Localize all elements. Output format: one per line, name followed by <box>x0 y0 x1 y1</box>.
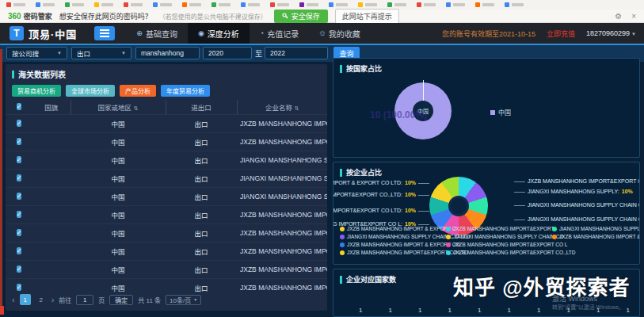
menu-toggle-button[interactable] <box>94 26 115 40</box>
table-row[interactable]: ✓ 中国 出口 JIANGXI MANSHANHONG SUPP... <box>6 187 327 205</box>
analysis-button[interactable]: 贸易商机分析 <box>12 85 61 97</box>
pie-callout-label: SHANHONG IMPORT&EXPORT CO.,LTD:10% <box>333 192 429 197</box>
table-row[interactable]: ✓ 中国 出口 JIANGXI MANSHANHONG SUPP... <box>6 169 327 187</box>
bookmark-item[interactable] <box>387 2 406 7</box>
row-checkbox[interactable]: ✓ <box>17 229 22 236</box>
bookmark-item[interactable] <box>6 2 25 7</box>
year-from-input[interactable] <box>203 47 252 59</box>
legend-swatch-icon <box>446 235 451 239</box>
recharge-link[interactable]: 立即充值 <box>547 29 575 39</box>
company-cell[interactable]: JIANGXI MANSHANHONG SUPP... <box>237 187 327 205</box>
bookmark-item[interactable] <box>475 2 494 7</box>
search-type-select[interactable]: 按公司搜▼ <box>6 47 67 59</box>
country-legend-item[interactable]: 中国 <box>490 108 511 116</box>
legend-item[interactable]: JXZB MANSHANHONG IMPORT&EXPORT CO.,LTD <box>446 250 575 255</box>
goto-page-input[interactable] <box>76 295 93 305</box>
bookmark-item[interactable] <box>446 2 465 7</box>
bookmark-item[interactable] <box>299 2 318 7</box>
bookmark-item[interactable] <box>358 2 377 7</box>
page-size-select[interactable]: 10条/页▼ <box>166 295 201 305</box>
select-all-checkbox[interactable]: ✓ <box>17 103 22 110</box>
bookmark-item[interactable] <box>153 2 172 7</box>
legend-item[interactable]: JIANGXI MANSHANHONG SUPPLY <box>552 226 640 231</box>
nav-item[interactable]: ⊕ 基础查询 <box>126 23 188 44</box>
legend-item[interactable]: JXZB MANSHANHONG IMPORT&EXPORT <box>446 226 554 231</box>
hamburger-icon <box>100 32 109 34</box>
company-cell[interactable]: JIANGXI MANSHANHONG SUPP... <box>237 169 327 187</box>
bookmark-item[interactable] <box>505 2 524 7</box>
country-cell: 中国 <box>70 260 166 278</box>
row-checkbox[interactable]: ✓ <box>17 174 22 181</box>
table-row[interactable]: ✓ 中国 出口 JXZB MANSHANHONG IMPORT... <box>6 242 327 260</box>
bookmark-favicon-icon <box>211 2 216 7</box>
legend-item[interactable]: JXZB MANSHANHONG IMPORT & EXPORT CO <box>340 242 460 247</box>
bookmark-item[interactable] <box>329 2 348 7</box>
company-cell[interactable]: JXZB MANSHANHONG IMPORT ... <box>237 260 327 278</box>
sort-icon[interactable]: ⇅ <box>134 105 139 111</box>
bookmark-item[interactable] <box>417 2 436 7</box>
column-header-country[interactable]: 国家或地区 ⇅ <box>70 100 166 114</box>
account-phone-menu[interactable]: 18270960299▼ <box>586 29 636 37</box>
dismiss-password-button[interactable]: 此网站下再提示 <box>335 9 399 24</box>
bookmark-item[interactable] <box>36 2 55 7</box>
legend-item[interactable]: JXZB MANSHANHONG IMPORT & EXPORT <box>552 234 640 239</box>
keyword-input[interactable] <box>135 47 200 59</box>
bookmark-item[interactable] <box>182 2 201 7</box>
bookmark-item[interactable] <box>124 2 143 7</box>
bookmark-item[interactable] <box>94 2 113 7</box>
row-checkbox[interactable]: ✓ <box>17 284 22 291</box>
bookmark-label <box>512 3 524 6</box>
table-row[interactable]: ✓ 中国 出口 JXZB MANSHANHONG IMPORT ... <box>6 205 327 223</box>
column-header-company[interactable]: 企业名称 ⇅ <box>237 100 327 114</box>
table-row[interactable]: ✓ 中国 出口 JXZB MANSHANHONG IMPORT ... <box>6 114 327 132</box>
page-unit-label: 页 <box>98 296 105 304</box>
company-cell[interactable]: JXZB MANSHANHONG IMPORT ... <box>237 205 327 223</box>
table-row[interactable]: ✓ 中国 出口 JXZB MANSHANHONG IMPORT... <box>6 132 327 151</box>
row-checkbox[interactable]: ✓ <box>17 193 22 200</box>
bookmark-item[interactable] <box>65 2 84 7</box>
bookmark-favicon-icon <box>36 2 40 7</box>
company-cell[interactable]: JXZB MANSHANHONG IMPORT ... <box>237 223 327 242</box>
column-header-trade: 进出口 <box>166 100 237 114</box>
gear-icon[interactable]: ⚙ <box>615 12 622 21</box>
legend-item[interactable]: JXZB MANSHANHONG IMPORT & EXPORT C <box>340 226 456 231</box>
legend-item[interactable]: JIANGXI MANSHANHONG SUPPLY CHAIN CO <box>446 234 564 239</box>
company-cell[interactable]: JIANGXI MANSHANHONG SUPPLY <box>237 151 327 169</box>
row-checkbox[interactable]: ✓ <box>17 120 22 127</box>
prev-page-button[interactable]: ‹ <box>12 296 15 303</box>
page-button-1[interactable]: 1 <box>20 294 31 305</box>
legend-item[interactable]: JXZB MANSHANHONG IMPORT&EXPORT CO L <box>446 242 567 247</box>
row-checkbox[interactable]: ✓ <box>17 138 22 145</box>
bookmark-item[interactable] <box>270 2 289 7</box>
row-checkbox[interactable]: ✓ <box>17 247 22 254</box>
bookmark-item[interactable] <box>241 2 260 7</box>
page-button-2[interactable]: 2 <box>36 294 47 305</box>
company-cell[interactable]: JXZB MANSHANHONG IMPORT ... <box>237 114 327 132</box>
row-checkbox[interactable]: ✓ <box>17 156 22 163</box>
row-checkbox[interactable]: ✓ <box>17 211 22 218</box>
save-password-button[interactable]: 安全保存 <box>274 10 328 23</box>
next-page-button[interactable]: › <box>51 296 55 303</box>
row-checkbox[interactable]: ✓ <box>17 265 22 273</box>
year-to-input[interactable] <box>265 47 328 59</box>
country-cell: 中国 <box>70 151 166 169</box>
table-row[interactable]: ✓ 中国 出口 JXZB MANSHANHONG IMPORT ... <box>6 223 327 242</box>
company-cell[interactable]: JXZB MANSHANHONG IMPORT... <box>237 132 327 151</box>
bookmark-item[interactable] <box>211 2 231 7</box>
trade-type-select[interactable]: 出口▼ <box>71 47 131 59</box>
table-row[interactable]: ✓ 中国 出口 JIANGXI MANSHANHONG SUPPLY <box>6 151 327 169</box>
close-icon[interactable]: × <box>631 12 636 21</box>
nav-item[interactable]: ◔ 充值记录 <box>250 23 309 44</box>
company-cell[interactable]: JXZB MANSHANHONG IMPORT... <box>237 278 327 296</box>
company-cell[interactable]: JXZB MANSHANHONG IMPORT... <box>237 242 327 260</box>
goto-confirm-button[interactable]: 确定 <box>109 295 133 305</box>
analysis-button[interactable]: 全球市场分析 <box>66 85 115 97</box>
table-row[interactable]: ✓ 中国 出口 JXZB MANSHANHONG IMPORT ... <box>6 260 327 278</box>
nav-item[interactable]: ◉ 深度分析 <box>188 23 250 44</box>
analysis-button[interactable]: 产品分析 <box>120 85 156 97</box>
sort-icon[interactable]: ⇅ <box>295 105 299 111</box>
analysis-button[interactable]: 年度贸易分析 <box>161 85 210 97</box>
percent-value: 10% <box>405 208 416 213</box>
bookmark-favicon-icon <box>329 2 333 7</box>
nav-item[interactable]: ✩ 我的收藏 <box>309 23 371 44</box>
